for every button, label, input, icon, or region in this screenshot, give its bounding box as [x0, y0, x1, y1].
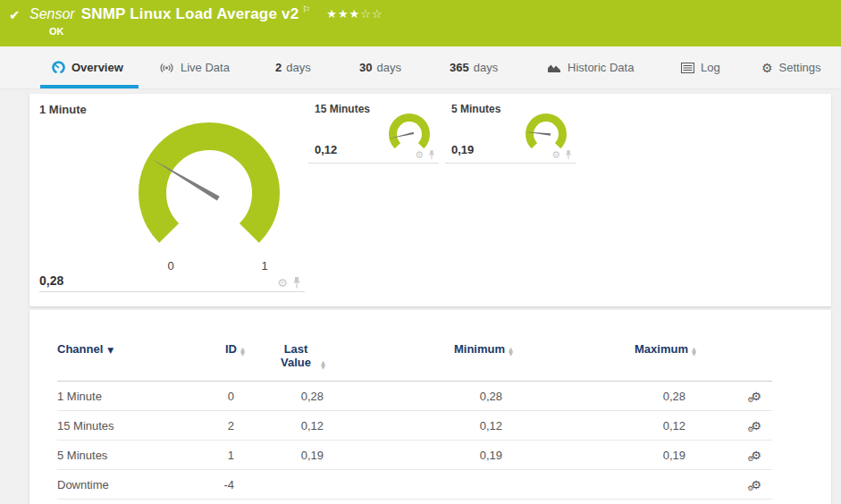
channel-name[interactable]: 5 Minutes — [57, 441, 214, 470]
gauge-scale-max: 1 — [261, 259, 267, 273]
gauge-value: 0,19 — [451, 143, 474, 156]
channel-maximum: 0,12 — [513, 411, 696, 441]
channel-id: 1 — [214, 441, 245, 470]
gauge-chart-1-minute: 0 1 — [120, 108, 299, 278]
channel-name[interactable]: 1 Minute — [57, 382, 214, 411]
channel-maximum — [513, 470, 696, 500]
tab-label: Historic Data — [568, 61, 634, 74]
active-tab-underline — [40, 85, 139, 88]
gauge-pin-icon[interactable] — [292, 277, 301, 289]
channel-name[interactable]: 15 Minutes — [57, 411, 214, 441]
gauge-title: 1 Minute — [39, 103, 87, 116]
sort-desc-icon: ▼ — [107, 346, 114, 355]
column-header-channel[interactable]: Channel▼ — [57, 342, 214, 382]
channel-settings-icon[interactable]: ⚙⚙ — [751, 419, 761, 433]
flag-icon: ⚐ — [302, 4, 310, 14]
gauges-panel: 1 Minute 0 1 0,28 ⚙ 15 Minutes 0,12 ⚙ — [29, 94, 831, 307]
gauge-settings-gear-icon[interactable]: ⚙ — [277, 277, 288, 289]
tab-label: days — [286, 61, 310, 74]
object-type-label: Sensor — [29, 6, 75, 22]
sort-icon: ▲▼ — [321, 361, 325, 370]
channel-settings-icon[interactable]: ⚙⚙ — [751, 449, 761, 462]
channel-maximum: 0,28 — [513, 382, 696, 411]
channel-table: Channel▼ ID▲▼ Last Value▲▼ Minimum▲▼ Max… — [57, 342, 772, 500]
tab-live-data[interactable]: Live Data — [159, 46, 230, 88]
gauge-settings-gear-icon[interactable]: ⚙ — [551, 150, 560, 160]
sort-icon: ▲▼ — [240, 348, 245, 357]
channel-minimum: 0,19 — [334, 441, 513, 470]
channel-name[interactable]: Downtime — [57, 470, 214, 500]
tab-label: Log — [701, 61, 720, 74]
tab-overview[interactable]: Overview — [40, 46, 139, 88]
gauge-value: 0,12 — [315, 143, 337, 156]
channel-last-value: 0,19 — [245, 441, 334, 470]
channel-minimum — [334, 470, 513, 500]
tab-label: Live Data — [181, 61, 230, 74]
gear-icon: ⚙ — [761, 61, 773, 75]
gauge-scale-min: 0 — [167, 259, 173, 273]
channel-id: -4 — [214, 470, 245, 500]
tab-label: days — [376, 61, 400, 74]
gauge-block-15-minutes: 15 Minutes 0,12 ⚙ — [308, 103, 439, 164]
tab-number: 30 — [359, 61, 372, 74]
stars-empty[interactable]: ☆☆ — [360, 7, 383, 21]
sensor-title: SNMP Linux Load Average v2 — [81, 5, 299, 23]
column-header-id[interactable]: ID▲▼ — [214, 342, 245, 382]
gauge-value: 0,28 — [39, 273, 63, 288]
table-row-5-minutes: 5 Minutes 1 0,19 0,19 0,19 ⚙⚙ — [57, 441, 772, 470]
column-header-actions — [696, 342, 772, 382]
column-label: Minimum — [454, 342, 505, 356]
channel-settings-icon[interactable]: ⚙⚙ — [751, 390, 761, 403]
gauge-block-5-minutes: 5 Minutes 0,19 ⚙ — [445, 103, 576, 164]
tab-365-days[interactable]: 365 days — [450, 46, 498, 88]
channel-minimum: 0,12 — [334, 411, 513, 441]
gauge-title: 15 Minutes — [315, 103, 370, 115]
tab-number: 2 — [275, 61, 282, 74]
area-chart-icon — [547, 62, 561, 73]
tab-log[interactable]: Log — [681, 46, 720, 88]
status-ok-check-icon: ✔ — [9, 7, 21, 23]
log-list-icon — [681, 63, 694, 73]
sensor-header: ✔ Sensor SNMP Linux Load Average v2 ⚐ ★★… — [0, 0, 841, 46]
tab-historic-data[interactable]: Historic Data — [547, 46, 634, 88]
gauge-icon — [52, 61, 65, 74]
tab-settings[interactable]: ⚙ Settings — [761, 46, 821, 88]
channel-id: 0 — [214, 382, 245, 411]
tab-2-days[interactable]: 2 days — [275, 46, 311, 88]
sort-icon: ▲▼ — [692, 348, 696, 357]
channel-maximum: 0,19 — [513, 441, 696, 470]
stars-filled[interactable]: ★★★ — [326, 7, 360, 21]
column-label: Channel — [57, 342, 103, 356]
channel-settings-icon[interactable]: ⚙⚙ — [751, 478, 761, 491]
table-row-1-minute: 1 Minute 0 0,28 0,28 0,28 ⚙⚙ — [57, 382, 772, 411]
column-header-minimum[interactable]: Minimum▲▼ — [334, 342, 513, 382]
channel-id: 2 — [214, 411, 245, 441]
channel-last-value: 0,28 — [245, 382, 334, 411]
channel-last-value — [245, 470, 334, 500]
gauge-pin-icon[interactable] — [565, 150, 572, 160]
channel-table-panel: Channel▼ ID▲▼ Last Value▲▼ Minimum▲▼ Max… — [29, 310, 831, 504]
priority-stars[interactable]: ★★★☆☆ — [326, 7, 383, 21]
gauge-settings-gear-icon[interactable]: ⚙ — [415, 150, 424, 160]
tab-number: 365 — [450, 61, 469, 74]
gauge-pin-icon[interactable] — [428, 150, 435, 160]
tab-label: Settings — [779, 61, 821, 74]
table-row-downtime: Downtime -4 ⚙⚙ — [57, 470, 772, 500]
tab-30-days[interactable]: 30 days — [359, 46, 401, 88]
gauge-block-1-minute: 1 Minute 0 1 0,28 ⚙ — [39, 101, 305, 292]
column-header-last-value[interactable]: Last Value▲▼ — [245, 342, 334, 382]
tab-label: Overview — [71, 61, 123, 74]
column-label: ID — [225, 342, 237, 356]
tab-bar: Overview Live Data 2 days 30 days 365 da… — [0, 46, 841, 89]
column-label: Last Value — [274, 342, 317, 369]
tab-label: days — [474, 61, 498, 74]
gauge-title: 5 Minutes — [451, 103, 500, 115]
channel-last-value: 0,12 — [245, 411, 334, 441]
table-row-15-minutes: 15 Minutes 2 0,12 0,12 0,12 ⚙⚙ — [57, 411, 772, 441]
sort-icon: ▲▼ — [509, 348, 513, 357]
channel-minimum: 0,28 — [334, 382, 513, 411]
sensor-status-badge: OK — [49, 26, 64, 37]
column-label: Maximum — [635, 342, 688, 356]
live-signal-icon — [159, 62, 174, 74]
column-header-maximum[interactable]: Maximum▲▼ — [513, 342, 696, 382]
